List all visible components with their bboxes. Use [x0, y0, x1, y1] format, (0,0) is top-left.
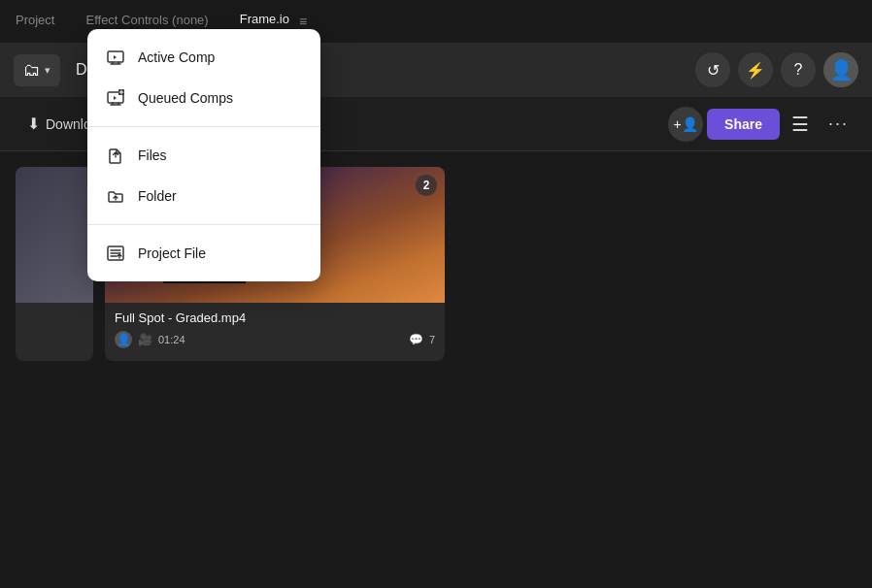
card-title: Full Spot - Graded.mp4: [115, 310, 435, 325]
card-avatar: 👤: [115, 331, 132, 348]
refresh-icon: ↺: [707, 61, 720, 80]
share-button[interactable]: Share: [707, 109, 780, 140]
badge-count: 2: [416, 175, 437, 196]
menu-item-files[interactable]: Files: [87, 135, 320, 176]
tab-project[interactable]: Project: [16, 13, 54, 31]
menu-section-files: Files Folder: [87, 126, 320, 224]
card-duration: 01:24: [158, 334, 185, 345]
comment-icon: 💬: [409, 333, 423, 346]
files-icon: [105, 146, 126, 165]
menu-section-comps: Active Comp Queued Comps: [87, 29, 320, 126]
project-file-label: Project File: [138, 245, 206, 261]
avatar-icon: 👤: [829, 58, 854, 82]
queued-comps-label: Queued Comps: [138, 90, 233, 106]
folder-label: Folder: [138, 188, 177, 204]
avatar-button[interactable]: 👤: [823, 52, 858, 87]
menu-item-folder[interactable]: Folder: [87, 176, 320, 216]
project-stack-icon: 🗂: [23, 60, 41, 81]
more-options-button[interactable]: ···: [821, 110, 856, 138]
list-view-icon: ☰: [791, 114, 809, 135]
help-icon: ?: [794, 61, 803, 79]
card-info: Full Spot - Graded.mp4 👤 🎥 01:24 💬 7: [105, 303, 445, 354]
partial-card-left: [16, 167, 93, 361]
bolt-icon: ⚡: [746, 61, 765, 80]
partial-thumb: [16, 167, 93, 303]
menu-item-active-comp[interactable]: Active Comp: [87, 37, 320, 78]
active-comp-icon: [105, 48, 126, 67]
activity-button[interactable]: ⚡: [738, 52, 773, 87]
folder-icon: [105, 186, 126, 206]
download-icon: ⬇: [27, 114, 40, 133]
card-meta: 👤 🎥 01:24 💬 7: [115, 331, 435, 348]
list-view-button[interactable]: ☰: [784, 109, 817, 140]
menu-section-project: Project File: [87, 224, 320, 281]
new-dropdown-menu: Active Comp Queued Comps: [87, 29, 320, 281]
project-icon-button[interactable]: 🗂 ▾: [14, 54, 60, 86]
active-comp-label: Active Comp: [138, 49, 215, 65]
chevron-down-icon: ▾: [45, 64, 50, 77]
help-button[interactable]: ?: [781, 52, 816, 87]
files-label: Files: [138, 147, 167, 163]
refresh-button[interactable]: ↺: [695, 52, 730, 87]
camera-icon: 🎥: [138, 333, 152, 346]
more-icon: ···: [828, 114, 849, 133]
queued-comps-icon: [105, 88, 126, 108]
project-file-icon: [105, 244, 126, 263]
header-actions: ↺ ⚡ ? 👤: [695, 52, 858, 87]
tab-menu-icon: ≡: [299, 14, 307, 29]
menu-item-queued-comps[interactable]: Queued Comps: [87, 78, 320, 118]
comment-count: 7: [429, 334, 435, 345]
tab-effect-controls[interactable]: Effect Controls (none): [85, 13, 208, 31]
menu-item-project-file[interactable]: Project File: [87, 233, 320, 274]
add-people-button[interactable]: +👤: [668, 107, 703, 142]
add-people-icon: +👤: [673, 116, 697, 132]
